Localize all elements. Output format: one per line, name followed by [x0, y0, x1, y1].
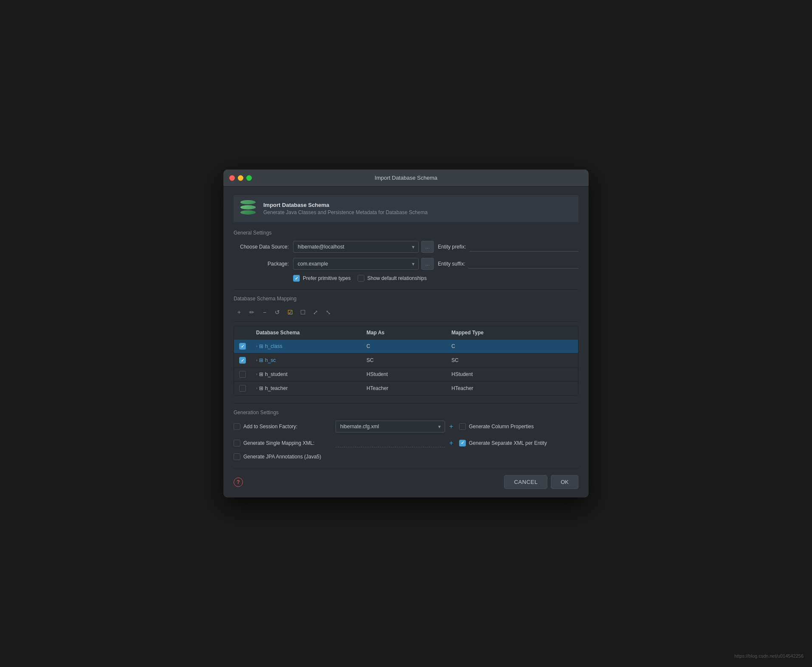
single-mapping-input[interactable] [336, 438, 445, 447]
row1-mappedtype: C [446, 340, 578, 353]
header-title: Import Database Schema [263, 202, 428, 208]
session-factory-box [234, 423, 240, 430]
close-button[interactable] [229, 175, 235, 181]
datasource-select-wrapper: hibernate@localhost ▼ [293, 241, 419, 253]
cancel-button[interactable]: CANCEL [504, 475, 547, 489]
th-checkbox [234, 326, 251, 339]
package-select-wrapper: com.example ▼ [293, 258, 419, 270]
show-relationships-box [358, 275, 364, 282]
generate-separate-xml-option: ✓ Generate Separate XML per Entity [459, 440, 578, 447]
package-row: Package: com.example ▼ … Entity suffix: [234, 258, 578, 270]
row4-mappedtype: HTeacher [446, 382, 578, 395]
refresh-button[interactable]: ↺ [272, 307, 283, 318]
row1-checkbox-box: ✓ [239, 343, 246, 350]
ok-button[interactable]: OK [551, 475, 578, 489]
main-window: Import Database Schema Import Database S… [223, 170, 589, 497]
single-mapping-label: Generate Single Mapping XML: [243, 440, 314, 446]
table-row[interactable]: ✓ › ⊞ h_sc SC SC [234, 353, 578, 367]
window-title: Import Database Schema [375, 175, 437, 181]
single-mapping-row: Generate Single Mapping XML: + ✓ Generat… [234, 438, 578, 447]
session-factory-input-group: hibernate.cfg.xml ▼ + [336, 421, 455, 432]
jpa-annotations-row: Generate JPA Annotations (Java5) [234, 453, 578, 460]
generation-settings-section: Generation Settings Add to Session Facto… [234, 410, 578, 460]
entity-prefix-label: Entity prefix: [438, 244, 466, 250]
row2-schema: › ⊞ h_sc [251, 354, 361, 367]
row-checkbox[interactable]: ✓ [234, 353, 251, 367]
session-factory-label: Add to Session Factory: [243, 424, 297, 430]
single-mapping-label-group: Generate Single Mapping XML: [234, 440, 331, 447]
prefer-primitive-checkbox[interactable]: ✓ Prefer primitive types [293, 275, 351, 282]
single-mapping-checkbox[interactable]: Generate Single Mapping XML: [234, 440, 314, 447]
row2-mappedtype: SC [446, 354, 578, 367]
row-checkbox[interactable]: ✓ [234, 339, 251, 353]
row4-checkbox-box [239, 385, 246, 392]
help-button[interactable]: ? [234, 478, 243, 487]
table-row[interactable]: › ⊞ h_student HStudent HStudent [234, 367, 578, 382]
edit-button[interactable]: ✏ [246, 307, 257, 318]
prefer-primitive-label: Prefer primitive types [303, 275, 351, 281]
db-icon [240, 200, 257, 217]
single-mapping-box [234, 440, 240, 447]
table-icon: ⊞ [259, 371, 263, 377]
datasource-select[interactable]: hibernate@localhost [293, 241, 419, 253]
schema-toolbar: ＋ ✏ − ↺ ☑ ☐ ⤢ ⤡ [234, 307, 578, 322]
chevron-icon: › [256, 344, 257, 348]
th-schema: Database Schema [251, 326, 361, 339]
options-row: ✓ Prefer primitive types Show default re… [293, 275, 578, 282]
session-factory-select[interactable]: hibernate.cfg.xml [336, 421, 445, 432]
dialog-footer: ? CANCEL OK [234, 469, 578, 489]
expand-button[interactable]: ⤢ [310, 307, 321, 318]
entity-suffix-label: Entity suffix: [438, 261, 465, 267]
footer-buttons: CANCEL OK [504, 475, 578, 489]
entity-prefix-input[interactable] [469, 243, 578, 252]
table-header: Database Schema Map As Mapped Type [234, 326, 578, 339]
package-more-button[interactable]: … [421, 258, 434, 270]
generate-column-props-option: Generate Column Properties [459, 423, 578, 430]
remove-button[interactable]: − [259, 307, 270, 318]
datasource-row: Choose Data Source: hibernate@localhost … [234, 241, 578, 253]
entity-prefix-group: Entity prefix: [438, 243, 578, 252]
titlebar: Import Database Schema [223, 170, 589, 187]
row4-mapas: HTeacher [361, 382, 446, 395]
check-all-button[interactable]: ☑ [285, 307, 296, 318]
table-icon: ⊞ [259, 343, 263, 349]
datasource-more-button[interactable]: … [421, 241, 434, 253]
generate-column-props-checkbox[interactable]: Generate Column Properties [459, 423, 534, 430]
minimize-button[interactable] [238, 175, 243, 181]
jpa-annotations-checkbox[interactable]: Generate JPA Annotations (Java5) [234, 453, 321, 460]
watermark: https://blog.csdn.net/u014542256 [734, 653, 804, 659]
general-settings-section: General Settings Choose Data Source: hib… [234, 230, 578, 282]
table-row[interactable]: ✓ › ⊞ h_class C C [234, 339, 578, 353]
uncheck-all-button[interactable]: ☐ [297, 307, 308, 318]
row3-mappedtype: HStudent [446, 368, 578, 381]
generate-separate-xml-box: ✓ [459, 440, 466, 447]
package-control-group: com.example ▼ … [293, 258, 434, 270]
entity-suffix-group: Entity suffix: [438, 260, 578, 268]
package-select[interactable]: com.example [293, 258, 419, 270]
row3-checkbox-box [239, 371, 246, 378]
chevron-icon: › [256, 358, 257, 362]
session-factory-select-wrapper: hibernate.cfg.xml ▼ [336, 421, 445, 432]
th-mapas: Map As [361, 326, 446, 339]
show-relationships-label: Show default relationships [367, 275, 427, 281]
maximize-button[interactable] [246, 175, 252, 181]
single-mapping-add-button[interactable]: + [448, 440, 455, 447]
table-row[interactable]: › ⊞ h_teacher HTeacher HTeacher [234, 382, 578, 395]
checkmark-icon: ✓ [295, 276, 298, 281]
package-label: Package: [234, 261, 289, 267]
show-default-relationships-checkbox[interactable]: Show default relationships [358, 275, 427, 282]
generate-separate-xml-checkbox[interactable]: ✓ Generate Separate XML per Entity [459, 440, 547, 447]
generation-settings-label: Generation Settings [234, 410, 578, 415]
row-checkbox[interactable] [234, 367, 251, 381]
divider-1 [234, 289, 578, 290]
single-mapping-input-group: + [336, 438, 455, 447]
session-factory-checkbox[interactable]: Add to Session Factory: [234, 423, 297, 430]
prefer-primitive-box: ✓ [293, 275, 300, 282]
session-factory-add-button[interactable]: + [448, 423, 455, 430]
row-checkbox[interactable] [234, 382, 251, 395]
add-button[interactable]: ＋ [234, 307, 245, 318]
generate-column-props-box [459, 423, 466, 430]
entity-suffix-input[interactable] [468, 260, 578, 268]
th-mappedtype: Mapped Type [446, 326, 578, 339]
collapse-button[interactable]: ⤡ [323, 307, 334, 318]
